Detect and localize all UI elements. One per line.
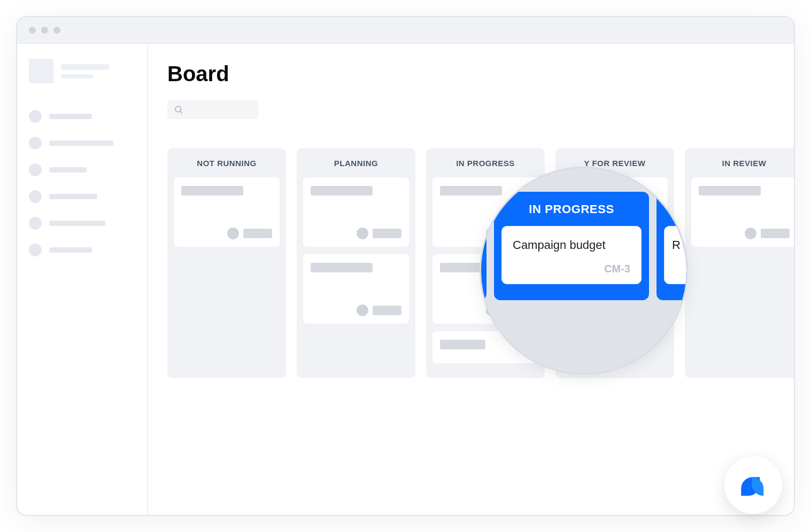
search-icon — [174, 105, 183, 114]
project-name-skeleton — [61, 64, 135, 79]
page-title: Board — [167, 62, 775, 86]
column-header: NOT RUNNING — [174, 148, 280, 177]
search-input[interactable] — [167, 100, 258, 119]
card[interactable] — [691, 177, 794, 247]
column-in-review[interactable]: IN REVIEW — [685, 148, 794, 378]
card[interactable] — [303, 254, 409, 324]
card-title-skeleton — [311, 263, 373, 272]
magnified-column-header: IN PROGRESS — [501, 192, 642, 226]
magnified-column-in-progress: IN PROGRESS Campaign budget CM-3 — [494, 192, 649, 300]
card-id-skeleton — [761, 229, 790, 238]
column-header: IN PROGRESS — [432, 148, 538, 177]
column-planning[interactable]: PLANNING — [297, 148, 415, 378]
browser-chrome — [17, 17, 794, 44]
sidebar — [17, 44, 148, 515]
brand-badge[interactable] — [724, 456, 782, 514]
svg-point-0 — [175, 106, 181, 112]
main-content: Board NOT RUNNING PLANNING — [148, 44, 794, 515]
app-body: Board NOT RUNNING PLANNING — [17, 44, 794, 515]
avatar-icon — [357, 228, 368, 239]
card-title-skeleton — [699, 186, 761, 195]
card-id-skeleton — [373, 229, 401, 238]
svg-line-1 — [180, 111, 182, 113]
card-id-skeleton — [373, 306, 401, 315]
sidebar-item[interactable] — [29, 137, 135, 150]
column-header: IN REVIEW — [691, 148, 794, 177]
sidebar-item[interactable] — [29, 110, 135, 123]
column-header: PLANNING — [303, 148, 409, 177]
magnified-card-title: Campaign budget — [513, 238, 630, 252]
avatar-icon — [357, 304, 368, 316]
traffic-light-minimize[interactable] — [41, 27, 48, 34]
magnified-card-id: CM-3 — [513, 263, 630, 275]
magnified-card[interactable]: Campaign budget CM-3 — [501, 226, 642, 284]
avatar-icon — [745, 228, 756, 239]
avatar-icon — [227, 228, 239, 239]
sidebar-item[interactable] — [29, 217, 135, 230]
card-title-skeleton — [311, 186, 373, 195]
card[interactable] — [174, 177, 280, 247]
traffic-light-close[interactable] — [29, 27, 36, 34]
column-not-running[interactable]: NOT RUNNING — [167, 148, 286, 378]
sidebar-item[interactable] — [29, 244, 135, 256]
sidebar-project-header[interactable] — [29, 59, 135, 83]
card[interactable] — [303, 177, 409, 247]
card-title-skeleton — [181, 186, 243, 195]
card-title-skeleton — [440, 186, 502, 195]
brand-logo-icon — [738, 470, 768, 500]
traffic-light-expand[interactable] — [53, 27, 60, 34]
sidebar-item[interactable] — [29, 190, 135, 203]
browser-window: Board NOT RUNNING PLANNING — [16, 16, 795, 516]
project-avatar — [29, 59, 53, 83]
sidebar-item[interactable] — [29, 163, 135, 176]
card-title-skeleton — [440, 340, 485, 349]
magnifier-overlay: IN PROGRESS Campaign budget CM-3 . R — [480, 167, 688, 375]
card-id-skeleton — [243, 229, 272, 238]
